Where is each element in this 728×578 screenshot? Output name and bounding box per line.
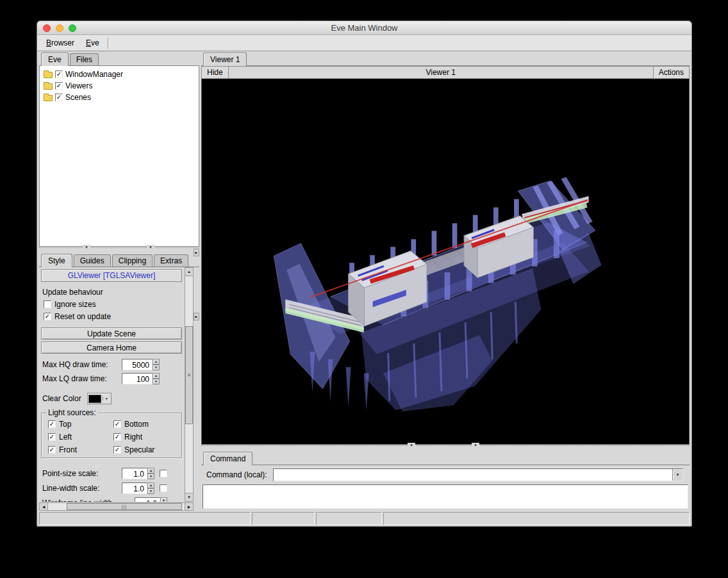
close-window-button[interactable] (43, 24, 51, 32)
tab-eve[interactable]: Eve (41, 53, 69, 66)
clear-color-select[interactable]: ▼ (87, 393, 112, 404)
line-width-spinner[interactable]: 1.0 ▲ ▼ (122, 483, 154, 494)
checkbox-light-specular[interactable]: ✓ Specular (113, 445, 179, 454)
splitter-collapse-icon[interactable]: ▼ (83, 245, 90, 251)
vertical-scrollbar-thumb[interactable]: ≡ (185, 326, 193, 424)
checkbox-box[interactable]: ✓ (113, 420, 121, 428)
line-width-checkbox[interactable] (160, 484, 167, 492)
spinner-down-icon[interactable]: ▼ (153, 379, 160, 384)
horizontal-scrollbar-thumb[interactable]: ||| (67, 503, 182, 510)
wireframe-spinner[interactable]: 1.0 ▲ ▼ (135, 497, 167, 502)
spinner-up-icon[interactable]: ▲ (147, 483, 154, 488)
max-lq-spinner[interactable]: 100 ▲ ▼ (122, 373, 160, 384)
eve-tree[interactable]: ✓ WindowManager ✓ Viewers ✓ Scenes (39, 66, 199, 247)
checkbox-box[interactable]: ✓ (48, 446, 56, 454)
checkbox-light-bottom[interactable]: ✓ Bottom (113, 419, 179, 429)
checkbox-label: Front (59, 445, 77, 454)
max-hq-spinner[interactable]: 5000 ▲ ▼ (122, 359, 160, 370)
checkmark-icon: ✓ (115, 447, 120, 453)
command-tabrow: Command (201, 451, 690, 465)
checkbox-reset-on-update[interactable]: ✓ Reset on update (44, 311, 184, 321)
camera-home-button[interactable]: Camera Home (41, 342, 182, 354)
line-width-value[interactable]: 1.0 (122, 483, 147, 494)
tab-style[interactable]: Style (41, 254, 72, 267)
color-swatch[interactable] (88, 395, 101, 403)
checkbox-light-left[interactable]: ✓ Left (48, 432, 113, 442)
checkbox-box[interactable]: ✓ (48, 420, 56, 428)
hide-button[interactable]: Hide (202, 67, 229, 78)
tree-checkbox[interactable]: ✓ (55, 82, 63, 90)
splitter-collapse-icon[interactable]: ▼ (408, 443, 415, 449)
tree-item-scenes[interactable]: ✓ Scenes (41, 92, 197, 103)
gl-viewport[interactable] (201, 79, 690, 445)
spinner-up-icon[interactable]: ▲ (153, 373, 160, 379)
checkmark-icon: ✓ (115, 434, 120, 440)
viewport-command-splitter[interactable]: ▼ ▼ (201, 445, 690, 451)
point-size-value[interactable]: 1.0 (122, 468, 147, 479)
tree-checkbox[interactable]: ✓ (55, 70, 63, 78)
style-horizontal-scrollbar[interactable]: ◀ ||| ▶ (39, 502, 194, 511)
light-sources-grid: ✓ Top ✓ Bottom ✓ Left (48, 419, 179, 454)
menu-browser[interactable]: Browser (40, 38, 80, 47)
scroll-down-icon[interactable]: ▼ (185, 493, 193, 501)
tab-extras[interactable]: Extras (154, 254, 188, 267)
zoom-window-button[interactable] (69, 24, 76, 32)
tree-item-windowmanager[interactable]: ✓ WindowManager (41, 69, 197, 80)
spinner-up-icon[interactable]: ▲ (160, 497, 167, 502)
wireframe-value[interactable]: 1.0 (135, 497, 160, 502)
color-dropdown-icon[interactable]: ▼ (103, 397, 110, 400)
tab-clipping[interactable]: Clipping (112, 254, 153, 267)
checkbox-box[interactable]: ✓ (113, 433, 121, 441)
max-hq-value[interactable]: 5000 (122, 359, 153, 370)
checkbox-light-front[interactable]: ✓ Front (48, 445, 113, 454)
max-lq-value[interactable]: 100 (122, 373, 153, 384)
update-scene-button[interactable]: Update Scene (41, 327, 182, 340)
light-sources-title: Light sources: (46, 408, 98, 417)
spinner-up-icon[interactable]: ▲ (147, 468, 154, 474)
glviewer-header[interactable]: GLViewer [TGLSAViewer] (41, 269, 182, 282)
point-size-spinner[interactable]: 1.0 ▲ ▼ (122, 468, 154, 479)
spinner-up-icon[interactable]: ▲ (153, 359, 160, 365)
checkbox-light-right[interactable]: ✓ Right (113, 432, 179, 442)
checkbox-light-top[interactable]: ✓ Top (48, 419, 113, 429)
tree-item-viewers[interactable]: ✓ Viewers (41, 80, 197, 92)
checkbox-box[interactable]: ✓ (48, 433, 56, 441)
spinner-down-icon[interactable]: ▼ (153, 365, 160, 370)
light-sources-group: Light sources: ✓ Top ✓ Bottom (41, 413, 182, 458)
panel-edge-scroll-icon[interactable]: ▶ (194, 249, 199, 256)
tab-command[interactable]: Command (203, 452, 252, 465)
scroll-left-icon[interactable]: ◀ (40, 503, 48, 510)
spinner-down-icon[interactable]: ▼ (147, 474, 154, 479)
checkbox-box[interactable]: ✓ (44, 313, 51, 320)
scroll-right-icon[interactable]: ▶ (185, 503, 193, 510)
checkbox-label: Top (59, 420, 71, 429)
folder-icon (44, 83, 53, 90)
style-vertical-scrollbar[interactable]: ▲ ≡ ▼ (185, 267, 194, 502)
menu-eve[interactable]: Eve (80, 38, 105, 47)
tree-item-label[interactable]: WindowManager (65, 70, 123, 79)
tree-item-label[interactable]: Scenes (65, 93, 91, 102)
titlebar[interactable]: Eve Main Window (37, 21, 691, 35)
tab-files[interactable]: Files (70, 53, 99, 65)
command-combobox[interactable]: ▼ (273, 468, 683, 481)
minimize-window-button[interactable] (56, 24, 63, 32)
tree-style-splitter[interactable]: ▼ ▼ (39, 247, 199, 253)
combo-dropdown-icon[interactable]: ▼ (672, 469, 682, 481)
splitter-collapse-icon[interactable]: ▼ (472, 443, 479, 449)
checkbox-box[interactable]: ✓ (113, 446, 121, 454)
scroll-up-icon[interactable]: ▲ (185, 268, 193, 276)
spinner-down-icon[interactable]: ▼ (147, 488, 154, 494)
tree-item-label[interactable]: Viewers (65, 81, 92, 90)
tree-checkbox[interactable]: ✓ (55, 94, 63, 101)
tab-guides[interactable]: Guides (74, 254, 111, 267)
menubar: Browser Eve (37, 35, 691, 51)
point-size-checkbox[interactable] (160, 470, 167, 477)
checkbox-ignore-sizes[interactable]: Ignore sizes (44, 299, 184, 309)
actions-button[interactable]: Actions (653, 67, 689, 78)
command-output[interactable] (203, 484, 688, 509)
checkbox-box[interactable] (44, 301, 51, 308)
splitter-collapse-icon[interactable]: ▼ (147, 245, 154, 251)
command-row: Command (local): ▼ (201, 465, 690, 484)
tab-viewer-1[interactable]: Viewer 1 (203, 53, 247, 66)
panel-edge-scroll-icon[interactable]: ▶ (194, 313, 199, 320)
